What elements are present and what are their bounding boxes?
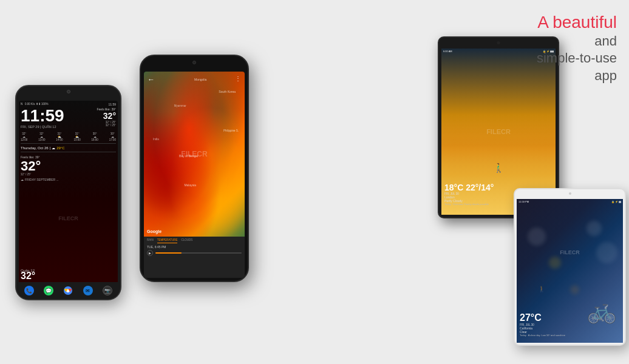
bike-silhouette: 🚲 — [586, 296, 617, 325]
time-display: 11:59 — [21, 107, 64, 124]
tablet-dark-temp: 18°C 22°/14° — [444, 183, 494, 192]
map-visualization: Mongolia South Korea India Bay of Bengal… — [144, 72, 245, 237]
status-right: 11:59 — [108, 103, 116, 106]
temp-range2: 32° / 25° — [97, 124, 116, 127]
tablet-dark-desc: Today · Overcast. Patchy drizzle possibl… — [444, 203, 494, 206]
map-bottom-bar: RAIN TEMPERATURE CLOUDS TUE, 6:45 PM ▶ — [144, 237, 245, 278]
tab-rain[interactable]: RAIN — [147, 238, 154, 243]
progress-bar[interactable] — [155, 252, 242, 254]
bottom-temp: 32° — [21, 271, 35, 281]
phone1-watermark: FILECR — [58, 215, 78, 221]
tablet-white-time: 11:59 PM — [518, 200, 529, 203]
phone-1-bottom-bar: 📞 💬 ✉ 📷 — [16, 282, 120, 299]
phone-2-camera — [192, 61, 196, 64]
tablet-white-screen: 🚲 🚶 FILECR 11:59 PM 🔒 ⚡ ▮▮ 27°C FRI, JUL… — [517, 199, 623, 343]
map-time: TUE, 6:45 PM — [147, 245, 242, 249]
tablet-white-weather: 27°C FRI, JUL 30 California Clear Today … — [520, 312, 565, 337]
date-display: FRI, SEP 29 | QUÂN 12 — [21, 125, 64, 129]
google-logo: Google — [147, 229, 162, 234]
tablet-white-watermark: FILECR — [560, 249, 580, 255]
play-button[interactable]: ▶ — [147, 250, 153, 256]
big-temp: 32° — [21, 160, 116, 173]
map-tabs: RAIN TEMPERATURE CLOUDS — [147, 238, 242, 243]
tablet-white-status: 11:59 PM 🔒 ⚡ ▮▮ — [518, 200, 621, 203]
tablet-dark-weather: 18°C 22°/14° FRI, JUL 30 London Partly C… — [444, 183, 494, 206]
tablet-dark-time: 6:00 AM — [443, 50, 452, 53]
page-container: A beautiful and simple-to-use app N 0.00… — [0, 0, 629, 364]
tablet-white-screen-container: 🚲 🚶 FILECR 11:59 PM 🔒 ⚡ ▮▮ 27°C FRI, JUL… — [517, 199, 623, 343]
tablet-dark-camera — [497, 41, 500, 44]
tablet-dark-watermark: FILECR — [486, 128, 511, 135]
tab-clouds[interactable]: CLOUDS — [181, 238, 192, 243]
tablet-white-camera — [569, 192, 571, 195]
phone-1-camera — [67, 90, 70, 93]
bokeh-2 — [549, 257, 561, 269]
camera-icon: 📷 — [103, 286, 112, 295]
tab-temperature[interactable]: TEMPERATURE — [157, 238, 178, 243]
headline-line3: simple-to-use — [537, 50, 617, 67]
mail-icon: ✉ — [83, 286, 93, 295]
bokeh-1 — [528, 228, 546, 246]
bokeh-5 — [596, 242, 617, 263]
headline-line2: and — [537, 33, 617, 50]
map-playbar: ▶ — [147, 250, 242, 256]
person-silhouette: 🚶 — [538, 286, 545, 292]
hourly-forecast: 32°☁12:00 32°☁13:00 31°⛅14:00 31°⛅15:00 … — [21, 132, 116, 141]
chrome-icon — [63, 286, 73, 295]
tablet-white-icons: 🔒 ⚡ ▮▮ — [611, 200, 621, 203]
weather-screen: N 0.00 K/s ⬆⬇ 100% 11:59 11:59 FRI, SEP … — [19, 101, 118, 297]
phone-1: N 0.00 K/s ⬆⬇ 100% 11:59 11:59 FRI, SEP … — [15, 85, 121, 300]
tablet-white-temp: 27°C — [520, 312, 565, 323]
phone2-watermark: FILECR — [181, 150, 207, 158]
phone-2-screen: Mongolia South Korea India Bay of Bengal… — [144, 72, 245, 278]
phone-icon: 📞 — [24, 286, 34, 295]
progress-fill — [155, 252, 182, 254]
tablet-white-desc: Today · A clear day. Low 56° and sunshin… — [520, 334, 565, 337]
headline-line1: A beautiful — [537, 12, 617, 33]
map-back-icon[interactable]: ← — [148, 75, 155, 84]
today-row: Thursday, Oct 26 | ☁ 29°C — [21, 146, 116, 150]
tablet-white: 🚲 🚶 FILECR 11:59 PM 🔒 ⚡ ▮▮ 27°C FRI, JUL… — [514, 188, 626, 346]
map-screen: Mongolia South Korea India Bay of Bengal… — [144, 72, 245, 278]
phone-2: Mongolia South Korea India Bay of Bengal… — [140, 55, 249, 282]
headline-section: A beautiful and simple-to-use app — [537, 12, 617, 84]
phone-1-screen: N 0.00 K/s ⬆⬇ 100% 11:59 11:59 FRI, SEP … — [19, 101, 118, 297]
bokeh-3 — [586, 221, 602, 236]
bokeh-4 — [570, 285, 579, 294]
current-temp: 32° — [97, 111, 116, 121]
headline-line4: app — [537, 67, 617, 85]
map-more-icon[interactable]: ⋮ — [235, 75, 241, 82]
chat-icon: 💬 — [44, 286, 53, 295]
friday-row: ☁ FRIDAY SEPTEMBER ... — [21, 178, 116, 181]
